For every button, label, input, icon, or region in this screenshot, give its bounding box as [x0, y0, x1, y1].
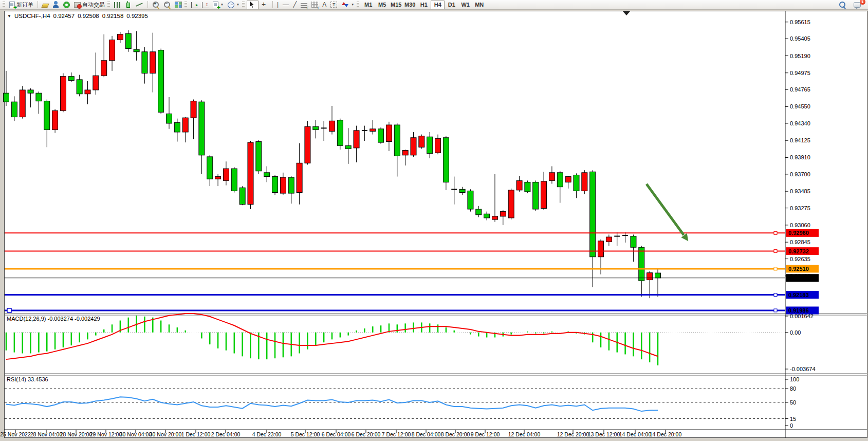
- candle-chart-mode-button[interactable]: [123, 1, 134, 9]
- auto-scroll-icon: [191, 2, 198, 8]
- new-order-icon: [9, 2, 15, 8]
- auto-scroll-button[interactable]: [189, 1, 200, 9]
- timeframe-button-h4[interactable]: H4: [431, 1, 445, 9]
- highlighter-icon: [41, 4, 49, 8]
- ohlc-open: 0.92457: [53, 13, 75, 19]
- horizontal-line-tool-button[interactable]: —: [281, 1, 291, 9]
- zoom-in-icon: +: [152, 1, 159, 8]
- bar-chart-mode-button[interactable]: [112, 1, 123, 9]
- cursor-tool-button[interactable]: [247, 1, 258, 9]
- clock-icon: [228, 2, 234, 8]
- svg-text:100: 100: [790, 376, 799, 382]
- timeframe-button-m15[interactable]: M15: [389, 1, 403, 9]
- symbol-dropdown-icon[interactable]: ▼: [7, 14, 11, 19]
- svg-text:0.94975: 0.94975: [790, 70, 810, 76]
- auto-trading-label: 自动交易: [82, 1, 105, 9]
- svg-text:14 Dec 04:00: 14 Dec 04:00: [619, 431, 652, 437]
- dropdown-caret-icon: ▼: [351, 3, 354, 6]
- svg-text:9 Dec 12:00: 9 Dec 12:00: [471, 431, 500, 437]
- svg-text:0.95190: 0.95190: [790, 53, 810, 59]
- svg-text:28 Nov 04:00: 28 Nov 04:00: [30, 431, 63, 437]
- equidistant-channel-tool-button[interactable]: [299, 1, 309, 9]
- line-chart-mode-button[interactable]: [134, 1, 145, 9]
- toolbar-grip[interactable]: [3, 1, 5, 8]
- svg-text:5 Dec 12:00: 5 Dec 12:00: [291, 431, 320, 437]
- community-button[interactable]: [50, 1, 61, 9]
- svg-text:13 Dec 12:00: 13 Dec 12:00: [588, 431, 620, 437]
- signal-icon: [63, 2, 70, 8]
- chart-canvas[interactable]: 0.956150.954050.951900.949750.947650.945…: [0, 0, 868, 441]
- ohlc-high: 0.92508: [78, 13, 99, 19]
- fibonacci-tool-button[interactable]: [309, 1, 320, 9]
- bar-chart-icon: [114, 2, 121, 8]
- auto-trading-icon: [74, 2, 81, 8]
- timeframe-button-mn[interactable]: MN: [472, 1, 486, 9]
- svg-text:0.92635: 0.92635: [790, 256, 810, 262]
- new-order-button[interactable]: 新订单: [7, 1, 35, 9]
- zoom-out-button[interactable]: −: [161, 1, 173, 9]
- trendline-icon: ╱: [293, 1, 297, 8]
- timeframe-button-m1[interactable]: M1: [361, 1, 375, 9]
- svg-text:15: 15: [790, 416, 796, 422]
- crosshair-icon: [261, 1, 268, 8]
- timeframe-button-m30[interactable]: M30: [403, 1, 417, 9]
- rsi-indicator-label: RSI(14) 33.4536: [7, 376, 48, 382]
- metaeditor-button[interactable]: [40, 1, 50, 9]
- notifications-button[interactable]: 1: [852, 1, 863, 9]
- timeframe-button-m5[interactable]: M5: [375, 1, 389, 9]
- chart-shift-button[interactable]: [200, 1, 211, 9]
- svg-text:4 Dec 23:00: 4 Dec 23:00: [252, 431, 282, 437]
- period-settings-button[interactable]: ▼: [226, 1, 242, 9]
- horizontal-line-icon: —: [283, 1, 289, 8]
- trendline-tool-button[interactable]: ╱: [291, 1, 299, 9]
- svg-text:30 Nov 20:00: 30 Nov 20:00: [150, 431, 182, 437]
- svg-text:14 Dec 20:00: 14 Dec 20:00: [650, 431, 682, 437]
- svg-text:0.95405: 0.95405: [790, 35, 810, 42]
- svg-text:50: 50: [790, 399, 796, 406]
- text-label-icon: T: [330, 2, 337, 8]
- search-button[interactable]: [837, 1, 848, 9]
- zoom-in-button[interactable]: +: [150, 1, 161, 9]
- toolbar-grip[interactable]: [242, 1, 245, 8]
- text-label-tool-button[interactable]: T: [328, 1, 339, 9]
- svg-text:0.93700: 0.93700: [790, 171, 810, 177]
- svg-text:80: 80: [790, 385, 796, 392]
- news-button[interactable]: [61, 1, 72, 9]
- svg-text:7 Dec 12:00: 7 Dec 12:00: [382, 431, 411, 437]
- new-chart-icon: [213, 2, 218, 8]
- toolbar-separator: [272, 1, 273, 8]
- toolbar-grip[interactable]: [107, 1, 110, 8]
- tile-windows-button[interactable]: [173, 1, 184, 9]
- svg-text:29 Nov 12:00: 29 Nov 12:00: [90, 431, 122, 437]
- cursor-icon: [249, 1, 256, 8]
- svg-text:1 Dec 12:00: 1 Dec 12:00: [181, 431, 211, 437]
- zoom-out-icon: −: [163, 1, 171, 8]
- timeframe-button-d1[interactable]: D1: [445, 1, 458, 9]
- svg-text:0.94125: 0.94125: [790, 137, 810, 143]
- vertical-line-icon: |: [277, 1, 279, 8]
- chart-header: ▼ USDCHF-,H4 0.92457 0.92508 0.92158 0.9…: [7, 13, 148, 19]
- arrows-tool-button[interactable]: ▼: [339, 1, 356, 9]
- svg-text:0.00: 0.00: [790, 329, 801, 336]
- svg-text:0.92960: 0.92960: [788, 230, 809, 236]
- dropdown-caret-icon: ▼: [236, 3, 239, 6]
- text-icon: A: [322, 1, 326, 8]
- search-icon: [839, 1, 846, 8]
- svg-text:0.92183: 0.92183: [788, 292, 809, 298]
- ohlc-low: 0.92158: [102, 13, 124, 19]
- text-tool-button[interactable]: A: [320, 1, 328, 9]
- timeframe-button-h1[interactable]: H1: [417, 1, 431, 9]
- crosshair-tool-button[interactable]: [258, 1, 270, 9]
- svg-text:0.95615: 0.95615: [790, 19, 810, 25]
- ohlc-close: 0.92395: [126, 13, 148, 19]
- svg-text:12 Dec 20:00: 12 Dec 20:00: [557, 431, 589, 437]
- toolbar-grip[interactable]: [184, 1, 187, 8]
- svg-text:0.92510: 0.92510: [788, 266, 809, 272]
- auto-trading-button[interactable]: 自动交易: [72, 1, 107, 9]
- svg-text:0: 0: [790, 422, 793, 429]
- toolbar-grip[interactable]: [357, 1, 359, 8]
- timeframe-button-w1[interactable]: W1: [458, 1, 472, 9]
- vertical-line-tool-button[interactable]: |: [275, 1, 281, 9]
- new-chart-button[interactable]: ▼: [211, 1, 226, 9]
- svg-text:0.92845: 0.92845: [790, 239, 810, 245]
